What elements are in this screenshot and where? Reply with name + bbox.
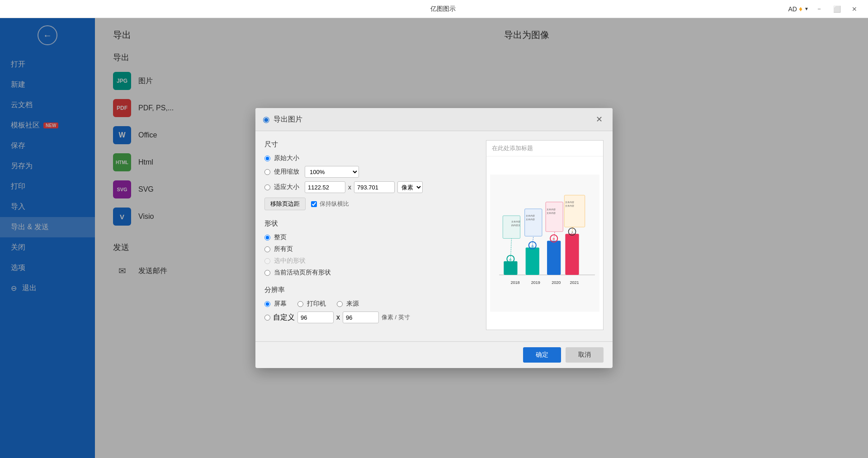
res-unit-label: 像素 / 英寸 (382, 313, 410, 321)
svg-text:文本内容: 文本内容 (547, 212, 556, 214)
shape-current-radio[interactable] (264, 270, 270, 276)
size-unit-select[interactable]: 像素 英寸 (397, 181, 423, 193)
confirm-button[interactable]: 确定 (523, 347, 561, 363)
dialog-header: ◉ 导出图片 ✕ (255, 108, 613, 131)
res-printer-row: 打印机 (297, 300, 326, 308)
shape-current-label: 当前活动页所有形状 (274, 269, 331, 277)
svg-text:2019: 2019 (531, 280, 540, 285)
res-screen-row: 屏幕 (264, 300, 287, 308)
size-fit-radio[interactable] (264, 184, 270, 190)
custom-resolution-row: 自定义 x 像素 / 英寸 (264, 312, 477, 323)
svg-rect-19 (525, 209, 542, 236)
keep-ratio-checkbox[interactable]: 保持纵横比 (311, 200, 349, 208)
size-original-row: 原始大小 (264, 154, 477, 162)
keep-ratio-label: 保持纵横比 (320, 200, 349, 208)
checkbox-row: 移除页边距 保持纵横比 (264, 198, 477, 210)
svg-text:2018: 2018 (510, 280, 519, 285)
close-window-button[interactable]: ✕ (848, 5, 861, 14)
res-source-radio[interactable] (337, 301, 343, 307)
svg-rect-6 (504, 261, 517, 275)
custom-res-y-input[interactable] (343, 312, 379, 323)
dialog-logo-icon: ◉ (263, 114, 270, 124)
preview-title: 在此处添加标题 (486, 141, 603, 156)
size-radio-group: 原始大小 使用缩放 100% 150% 200% (264, 154, 477, 193)
shape-section: 形状 整页 所有页 选中的形状 (264, 219, 477, 277)
preview-content: 2018 2019 2020 2021 (486, 156, 603, 330)
size-fit-inputs: x 像素 英寸 (305, 181, 423, 193)
user-name: AD (788, 5, 797, 13)
resolution-section-title: 分辨率 (264, 286, 477, 294)
svg-text:文本内容: 文本内容 (526, 218, 535, 221)
shape-full-radio[interactable] (264, 235, 270, 241)
app-title: 亿图图示 (98, 5, 788, 13)
remove-margin-button[interactable]: 移除页边距 (264, 198, 306, 210)
size-x-separator: x (348, 184, 351, 191)
dialog-title: 导出图片 (274, 115, 302, 124)
fit-width-input[interactable] (305, 181, 345, 193)
svg-text:2021: 2021 (570, 280, 579, 285)
size-scale-label: 使用缩放 (274, 168, 299, 176)
dropdown-icon: ▼ (804, 6, 809, 11)
user-badge: AD ♦ ▼ (788, 5, 809, 13)
preview-chart: 2018 2019 2020 2021 (490, 160, 599, 326)
resolution-radio-row: 屏幕 打印机 来源 (264, 300, 477, 308)
dialog-overlay: ◉ 导出图片 ✕ 尺寸 原始大小 (0, 18, 868, 458)
size-fit-label: 适应大小 (274, 183, 299, 191)
size-original-label: 原始大小 (274, 154, 299, 162)
shape-all-radio[interactable] (264, 246, 270, 252)
dialog-footer: 确定 取消 (255, 341, 613, 368)
shape-selected-label: 选中的形状 (274, 257, 306, 265)
cancel-button[interactable]: 取消 (566, 347, 604, 363)
res-x-separator: x (336, 313, 340, 321)
keep-ratio-input[interactable] (311, 201, 317, 207)
custom-res-x-input[interactable] (297, 312, 334, 323)
shape-selected-row: 选中的形状 (264, 257, 477, 265)
svg-rect-20 (546, 202, 563, 232)
svg-rect-18 (503, 216, 520, 238)
resolution-section: 分辨率 屏幕 打印机 来源 (264, 286, 477, 323)
res-screen-radio[interactable] (264, 301, 270, 307)
window-controls: AD ♦ ▼ － ⬜ ✕ (788, 4, 861, 14)
svg-rect-7 (526, 248, 539, 275)
scale-select[interactable]: 100% 150% 200% (305, 166, 359, 178)
maximize-button[interactable]: ⬜ (830, 5, 844, 14)
shape-allpages-row: 所有页 (264, 245, 477, 253)
title-bar: 亿图图示 AD ♦ ▼ － ⬜ ✕ (0, 0, 868, 18)
dialog-close-button[interactable]: ✕ (593, 113, 605, 125)
export-image-dialog: ◉ 导出图片 ✕ 尺寸 原始大小 (255, 108, 613, 368)
svg-rect-21 (564, 195, 585, 227)
res-printer-radio[interactable] (297, 301, 303, 307)
shape-all-label: 所有页 (274, 245, 293, 253)
shape-fullpage-row: 整页 (264, 233, 477, 241)
size-original-radio[interactable] (264, 156, 270, 161)
shape-selected-radio[interactable] (264, 258, 270, 264)
res-custom-label: 自定义 (273, 313, 295, 322)
size-scale-radio[interactable] (264, 169, 270, 175)
svg-rect-9 (565, 234, 579, 275)
shape-currentpage-row: 当前活动页所有形状 (264, 269, 477, 277)
fit-height-input[interactable] (354, 181, 395, 193)
dialog-preview: 在此处添加标题 2018 2019 (486, 140, 604, 332)
crown-icon: ♦ (799, 5, 802, 13)
res-source-row: 来源 (337, 300, 359, 308)
res-custom-radio[interactable] (264, 315, 270, 321)
dialog-body: 尺寸 原始大小 使用缩放 100% 150% (255, 131, 613, 341)
scale-input-row: 100% 150% 200% (305, 166, 359, 178)
svg-text:文本内容: 文本内容 (511, 220, 520, 223)
dialog-form: 尺寸 原始大小 使用缩放 100% 150% (264, 140, 477, 332)
svg-text:文本内容: 文本内容 (565, 204, 574, 207)
svg-text:文本内容: 文本内容 (526, 214, 535, 217)
size-section: 尺寸 原始大小 使用缩放 100% 150% (264, 140, 477, 210)
shape-section-title: 形状 (264, 219, 477, 228)
shape-radio-group: 整页 所有页 选中的形状 当前活动页所有形状 (264, 233, 477, 277)
svg-text:文本内容: 文本内容 (547, 208, 556, 211)
res-printer-label: 打印机 (307, 300, 326, 308)
svg-text:文本内容: 文本内容 (565, 201, 574, 203)
res-screen-label: 屏幕 (274, 300, 287, 308)
svg-text:2020: 2020 (552, 280, 561, 285)
dialog-title-row: ◉ 导出图片 (263, 114, 302, 124)
minimize-button[interactable]: － (812, 4, 826, 14)
size-section-title: 尺寸 (264, 140, 477, 149)
shape-full-label: 整页 (274, 233, 287, 241)
svg-text:的内容文: 的内容文 (511, 224, 520, 227)
